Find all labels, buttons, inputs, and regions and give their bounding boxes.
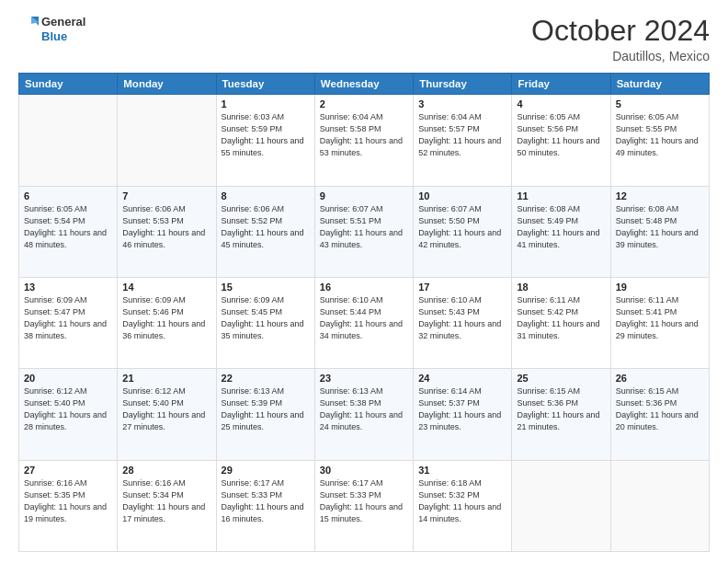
day-number: 16: [320, 282, 408, 293]
day-info: Sunrise: 6:10 AM Sunset: 5:44 PM Dayligh…: [320, 294, 408, 342]
calendar-cell: 3Sunrise: 6:04 AM Sunset: 5:57 PM Daylig…: [414, 95, 512, 186]
logo-text-blue: Blue: [41, 29, 85, 44]
day-number: 21: [122, 373, 210, 384]
calendar-cell: 8Sunrise: 6:06 AM Sunset: 5:52 PM Daylig…: [216, 186, 314, 277]
logo-graphic: General Blue: [18, 15, 85, 45]
weekday-header-monday: Monday: [118, 74, 216, 95]
calendar-cell: 28Sunrise: 6:16 AM Sunset: 5:34 PM Dayli…: [118, 460, 216, 551]
day-info: Sunrise: 6:13 AM Sunset: 5:38 PM Dayligh…: [320, 385, 408, 433]
day-number: 13: [24, 282, 112, 293]
day-info: Sunrise: 6:15 AM Sunset: 5:36 PM Dayligh…: [517, 385, 605, 433]
calendar-cell: [512, 460, 610, 551]
day-info: Sunrise: 6:12 AM Sunset: 5:40 PM Dayligh…: [24, 385, 112, 433]
calendar-cell: 27Sunrise: 6:16 AM Sunset: 5:35 PM Dayli…: [19, 460, 118, 551]
calendar-cell: 5Sunrise: 6:05 AM Sunset: 5:55 PM Daylig…: [610, 95, 709, 186]
day-info: Sunrise: 6:16 AM Sunset: 5:34 PM Dayligh…: [122, 477, 210, 525]
weekday-header-saturday: Saturday: [610, 74, 709, 95]
calendar-cell: 29Sunrise: 6:17 AM Sunset: 5:33 PM Dayli…: [216, 460, 314, 551]
day-info: Sunrise: 6:07 AM Sunset: 5:50 PM Dayligh…: [418, 203, 506, 251]
day-number: 4: [517, 98, 605, 109]
calendar-cell: 11Sunrise: 6:08 AM Sunset: 5:49 PM Dayli…: [512, 186, 610, 277]
day-info: Sunrise: 6:12 AM Sunset: 5:40 PM Dayligh…: [122, 385, 210, 433]
day-number: 8: [222, 190, 310, 201]
title-area: October 2024 Dautillos, Mexico: [531, 15, 710, 63]
day-number: 5: [616, 98, 704, 109]
day-info: Sunrise: 6:16 AM Sunset: 5:35 PM Dayligh…: [24, 477, 112, 525]
weekday-header-tuesday: Tuesday: [216, 74, 314, 95]
day-number: 26: [616, 373, 704, 384]
calendar-cell: 19Sunrise: 6:11 AM Sunset: 5:41 PM Dayli…: [610, 277, 709, 368]
day-number: 17: [418, 282, 506, 293]
day-number: 23: [320, 373, 408, 384]
day-number: 20: [24, 373, 112, 384]
calendar-cell: 13Sunrise: 6:09 AM Sunset: 5:47 PM Dayli…: [19, 277, 118, 368]
calendar-header-row: SundayMondayTuesdayWednesdayThursdayFrid…: [19, 74, 710, 95]
day-number: 29: [222, 465, 310, 476]
day-info: Sunrise: 6:09 AM Sunset: 5:47 PM Dayligh…: [24, 294, 112, 342]
day-number: 10: [418, 190, 506, 201]
calendar-cell: 1Sunrise: 6:03 AM Sunset: 5:59 PM Daylig…: [216, 95, 314, 186]
calendar-cell: 22Sunrise: 6:13 AM Sunset: 5:39 PM Dayli…: [216, 369, 314, 460]
calendar-week-row: 27Sunrise: 6:16 AM Sunset: 5:35 PM Dayli…: [19, 460, 710, 551]
day-info: Sunrise: 6:04 AM Sunset: 5:57 PM Dayligh…: [418, 111, 506, 159]
logo-text-general: General: [41, 15, 85, 29]
calendar-cell: 31Sunrise: 6:18 AM Sunset: 5:32 PM Dayli…: [414, 460, 512, 551]
calendar-cell: 6Sunrise: 6:05 AM Sunset: 5:54 PM Daylig…: [19, 186, 118, 277]
day-number: 28: [122, 465, 210, 476]
day-number: 1: [222, 98, 310, 109]
day-number: 7: [122, 190, 210, 201]
calendar-week-row: 6Sunrise: 6:05 AM Sunset: 5:54 PM Daylig…: [19, 186, 710, 277]
day-info: Sunrise: 6:14 AM Sunset: 5:37 PM Dayligh…: [418, 385, 506, 433]
day-info: Sunrise: 6:07 AM Sunset: 5:51 PM Dayligh…: [320, 203, 408, 251]
day-info: Sunrise: 6:13 AM Sunset: 5:39 PM Dayligh…: [222, 385, 310, 433]
day-info: Sunrise: 6:06 AM Sunset: 5:52 PM Dayligh…: [222, 203, 310, 251]
calendar-cell: 21Sunrise: 6:12 AM Sunset: 5:40 PM Dayli…: [118, 369, 216, 460]
weekday-header-friday: Friday: [512, 74, 610, 95]
day-info: Sunrise: 6:17 AM Sunset: 5:33 PM Dayligh…: [320, 477, 408, 525]
day-info: Sunrise: 6:06 AM Sunset: 5:53 PM Dayligh…: [122, 203, 210, 251]
calendar-cell: 16Sunrise: 6:10 AM Sunset: 5:44 PM Dayli…: [314, 277, 413, 368]
calendar-cell: [610, 460, 709, 551]
calendar-cell: 24Sunrise: 6:14 AM Sunset: 5:37 PM Dayli…: [414, 369, 512, 460]
day-number: 2: [320, 98, 408, 109]
day-info: Sunrise: 6:05 AM Sunset: 5:54 PM Dayligh…: [24, 203, 112, 251]
day-info: Sunrise: 6:10 AM Sunset: 5:43 PM Dayligh…: [418, 294, 506, 342]
day-info: Sunrise: 6:03 AM Sunset: 5:59 PM Dayligh…: [222, 111, 310, 159]
day-info: Sunrise: 6:09 AM Sunset: 5:46 PM Dayligh…: [122, 294, 210, 342]
day-number: 22: [222, 373, 310, 384]
page: General Blue October 2024 Dautillos, Mex…: [0, 0, 728, 563]
calendar-cell: [19, 95, 118, 186]
calendar-cell: 10Sunrise: 6:07 AM Sunset: 5:50 PM Dayli…: [414, 186, 512, 277]
day-info: Sunrise: 6:17 AM Sunset: 5:33 PM Dayligh…: [222, 477, 310, 525]
calendar-cell: 12Sunrise: 6:08 AM Sunset: 5:48 PM Dayli…: [610, 186, 709, 277]
weekday-header-thursday: Thursday: [414, 74, 512, 95]
calendar-cell: 7Sunrise: 6:06 AM Sunset: 5:53 PM Daylig…: [118, 186, 216, 277]
day-number: 25: [517, 373, 605, 384]
day-info: Sunrise: 6:11 AM Sunset: 5:42 PM Dayligh…: [517, 294, 605, 342]
day-number: 9: [320, 190, 408, 201]
calendar-cell: 25Sunrise: 6:15 AM Sunset: 5:36 PM Dayli…: [512, 369, 610, 460]
day-info: Sunrise: 6:09 AM Sunset: 5:45 PM Dayligh…: [222, 294, 310, 342]
day-number: 15: [222, 282, 310, 293]
calendar-week-row: 1Sunrise: 6:03 AM Sunset: 5:59 PM Daylig…: [19, 95, 710, 186]
day-number: 24: [418, 373, 506, 384]
day-number: 30: [320, 465, 408, 476]
calendar-cell: 9Sunrise: 6:07 AM Sunset: 5:51 PM Daylig…: [314, 186, 413, 277]
calendar-table: SundayMondayTuesdayWednesdayThursdayFrid…: [18, 73, 710, 552]
logo: General Blue: [18, 15, 85, 45]
calendar-week-row: 20Sunrise: 6:12 AM Sunset: 5:40 PM Dayli…: [19, 369, 710, 460]
calendar-cell: 15Sunrise: 6:09 AM Sunset: 5:45 PM Dayli…: [216, 277, 314, 368]
day-info: Sunrise: 6:05 AM Sunset: 5:55 PM Dayligh…: [616, 111, 704, 159]
day-info: Sunrise: 6:15 AM Sunset: 5:36 PM Dayligh…: [616, 385, 704, 433]
day-number: 6: [24, 190, 112, 201]
day-info: Sunrise: 6:18 AM Sunset: 5:32 PM Dayligh…: [418, 477, 506, 525]
calendar-cell: 18Sunrise: 6:11 AM Sunset: 5:42 PM Dayli…: [512, 277, 610, 368]
day-number: 19: [616, 282, 704, 293]
day-number: 18: [517, 282, 605, 293]
day-info: Sunrise: 6:08 AM Sunset: 5:48 PM Dayligh…: [616, 203, 704, 251]
weekday-header-sunday: Sunday: [19, 74, 118, 95]
calendar-cell: 23Sunrise: 6:13 AM Sunset: 5:38 PM Dayli…: [314, 369, 413, 460]
calendar-cell: 20Sunrise: 6:12 AM Sunset: 5:40 PM Dayli…: [19, 369, 118, 460]
day-info: Sunrise: 6:08 AM Sunset: 5:49 PM Dayligh…: [517, 203, 605, 251]
header: General Blue October 2024 Dautillos, Mex…: [18, 15, 710, 63]
